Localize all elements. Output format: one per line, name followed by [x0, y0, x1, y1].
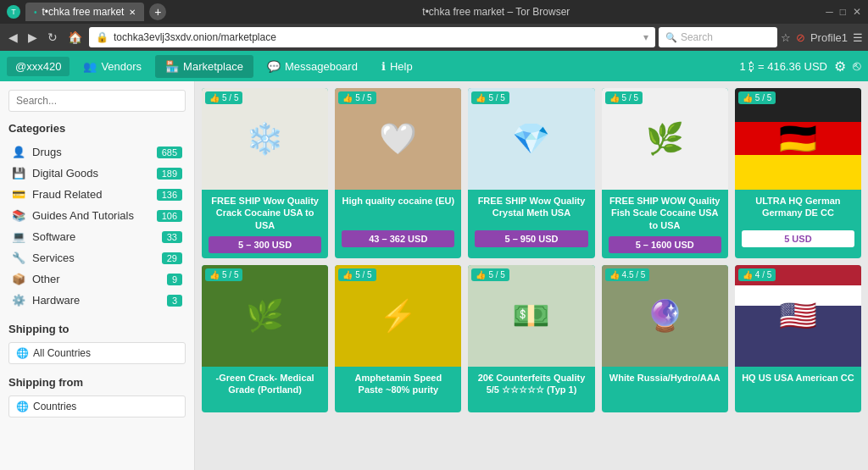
- maximize-button[interactable]: □: [840, 6, 846, 18]
- dropdown-arrow-icon[interactable]: ▾: [643, 31, 648, 43]
- marketplace-nav-item[interactable]: 🏪 Marketplace: [155, 55, 253, 78]
- product-price: 5 – 950 USD: [475, 230, 587, 247]
- countries-label: Countries: [33, 401, 76, 412]
- product-image-wrapper: ❄️ 👍 5 / 5: [202, 88, 328, 190]
- category-item[interactable]: ⚙️ Hardware 3: [8, 290, 186, 311]
- marketplace-icon: 🏪: [165, 60, 179, 73]
- content-area: ❄️ 👍 5 / 5 FREE SHIP Wow Quality Crack C…: [195, 81, 868, 470]
- product-info: FREE SHIP WOW Quality Fish Scale Cocaine…: [602, 190, 728, 258]
- settings-icon[interactable]: ⚙: [834, 58, 846, 75]
- title-bar-left: T • t•chka free market ✕ +: [7, 3, 166, 21]
- new-tab-button[interactable]: +: [149, 3, 166, 20]
- category-item[interactable]: 📦 Other 9: [8, 268, 186, 290]
- category-item[interactable]: 📚 Guides And Tutorials 106: [8, 205, 186, 226]
- nav-icons: ☆ ⊘ Profile1 ☰: [781, 31, 863, 44]
- product-title: ULTRA HQ German Germany DE CC: [742, 195, 854, 225]
- product-title: FREE SHIP Wow Quality Crack Cocaine USA …: [209, 195, 321, 231]
- category-icon: 👤: [12, 146, 27, 158]
- thumbs-up-icon: 👍: [743, 93, 753, 102]
- category-item[interactable]: 💾 Digital Goods 189: [8, 163, 186, 184]
- category-icon: 🔧: [12, 252, 27, 264]
- product-rating: 👍 5 / 5: [338, 268, 376, 281]
- sidebar: Categories 👤 Drugs 685 💾 Digital Goods 1…: [0, 81, 195, 470]
- category-label: Fraud Related: [32, 188, 157, 201]
- address-bar[interactable]: 🔒 tochka3evlj3sxdv.onion/marketplace ▾: [89, 27, 655, 47]
- sidebar-search-input[interactable]: [8, 90, 186, 112]
- categories-list: 👤 Drugs 685 💾 Digital Goods 189 💳 Fraud …: [8, 141, 186, 311]
- star-icon[interactable]: ☆: [781, 31, 791, 44]
- categories-title: Categories: [8, 122, 186, 135]
- marketplace-label: Marketplace: [183, 60, 243, 73]
- product-img-emoji: 🌿: [246, 298, 284, 334]
- vendors-nav-item[interactable]: 👥 Vendors: [73, 55, 152, 78]
- product-card[interactable]: 🌿 👍 5 / 5 -Green Crack- Medical Grade (P…: [202, 265, 328, 412]
- product-img-emoji: 🤍: [379, 121, 417, 157]
- product-rating: 👍 5 / 5: [738, 91, 776, 104]
- shipping-to-select[interactable]: 🌐 All Countries: [8, 342, 186, 364]
- category-badge: 29: [162, 252, 182, 264]
- product-img-emoji: 🇩🇪: [779, 121, 817, 157]
- help-nav-item[interactable]: ℹ Help: [371, 55, 423, 78]
- product-card[interactable]: 🇩🇪 👍 5 / 5 ULTRA HQ German Germany DE CC…: [735, 88, 861, 258]
- rating-value: 5 / 5: [355, 270, 371, 279]
- product-card[interactable]: 🔮 👍 4.5 / 5 White Russia/Hydro/AAA: [602, 265, 728, 412]
- search-bar[interactable]: 🔍 Search: [659, 27, 777, 47]
- minimize-button[interactable]: ─: [826, 6, 833, 18]
- shipping-to-title: Shipping to: [8, 323, 186, 335]
- category-icon: 💳: [12, 188, 27, 201]
- category-badge: 189: [157, 168, 182, 180]
- category-icon: 📚: [12, 209, 27, 222]
- product-title: HQ US USA American CC: [742, 372, 854, 402]
- product-card[interactable]: 💎 👍 5 / 5 FREE SHIP Wow Quality Crystal …: [468, 88, 594, 258]
- product-img-emoji: 💎: [512, 121, 550, 157]
- product-card[interactable]: ⚡ 👍 5 / 5 Amphetamin Speed Paste ~80% pu…: [335, 265, 461, 412]
- user-button[interactable]: @xxx420: [7, 57, 70, 76]
- product-info: 20€ Counterfeits Quality 5/5 ☆☆☆☆☆ (Typ …: [468, 367, 594, 412]
- tab-label: t•chka free market: [42, 6, 125, 18]
- product-image-wrapper: 🤍 👍 5 / 5: [335, 88, 461, 190]
- menu-icon[interactable]: ☰: [853, 31, 863, 44]
- category-badge: 9: [167, 274, 182, 285]
- product-card[interactable]: 🌿 👍 5 / 5 FREE SHIP WOW Quality Fish Sca…: [602, 88, 728, 258]
- product-info: White Russia/Hydro/AAA: [602, 367, 728, 412]
- forward-button[interactable]: ▶: [25, 29, 41, 46]
- product-price: 5 – 300 USD: [209, 236, 321, 253]
- product-info: Amphetamin Speed Paste ~80% purity: [335, 367, 461, 412]
- close-button[interactable]: ✕: [853, 6, 861, 18]
- messageboard-icon: 💬: [267, 60, 281, 73]
- product-card[interactable]: 💵 👍 5 / 5 20€ Counterfeits Quality 5/5 ☆…: [468, 265, 594, 412]
- category-item[interactable]: 🔧 Services 29: [8, 247, 186, 268]
- logout-icon[interactable]: ⎋: [853, 58, 861, 74]
- category-label: Other: [32, 273, 167, 285]
- product-card[interactable]: 🤍 👍 5 / 5 High quality cocaine (EU) 43 –…: [335, 88, 461, 258]
- browser-icon: T: [7, 5, 20, 19]
- product-img-emoji: ❄️: [246, 121, 284, 157]
- product-card[interactable]: 🇺🇸 👍 4 / 5 HQ US USA American CC: [735, 265, 861, 412]
- product-img-emoji: ⚡: [379, 298, 417, 334]
- product-info: FREE SHIP Wow Quality Crystal Meth USA 5…: [468, 190, 594, 252]
- home-button[interactable]: 🏠: [64, 29, 86, 46]
- back-button[interactable]: ◀: [5, 29, 21, 46]
- window-controls: ─ □ ✕: [826, 6, 861, 18]
- refresh-button[interactable]: ↻: [44, 29, 61, 46]
- title-bar: T • t•chka free market ✕ + t•chka free m…: [0, 0, 868, 24]
- product-rating: 👍 5 / 5: [605, 91, 643, 104]
- shipping-from-select[interactable]: 🌐 Countries: [8, 395, 186, 417]
- thumbs-up-icon: 👍: [609, 270, 620, 279]
- messageboard-nav-item[interactable]: 💬 Messageboard: [257, 55, 368, 78]
- product-price: 5 USD: [742, 230, 854, 247]
- tab-close-button[interactable]: ✕: [129, 8, 136, 17]
- category-item[interactable]: 👤 Drugs 685: [8, 141, 186, 163]
- product-card[interactable]: ❄️ 👍 5 / 5 FREE SHIP Wow Quality Crack C…: [202, 88, 328, 258]
- category-item[interactable]: 💳 Fraud Related 136: [8, 184, 186, 205]
- product-title: 20€ Counterfeits Quality 5/5 ☆☆☆☆☆ (Typ …: [475, 372, 587, 402]
- product-title: High quality cocaine (EU): [342, 195, 454, 225]
- category-item[interactable]: 💻 Software 33: [8, 226, 186, 247]
- rating-value: 5 / 5: [222, 270, 238, 279]
- rating-value: 5 / 5: [488, 270, 504, 279]
- block-icon[interactable]: ⊘: [796, 31, 805, 44]
- profile-label[interactable]: Profile1: [810, 31, 848, 44]
- shipping-from-title: Shipping from: [8, 376, 186, 389]
- active-tab[interactable]: • t•chka free market ✕: [25, 3, 144, 21]
- globe2-icon: 🌐: [16, 401, 29, 412]
